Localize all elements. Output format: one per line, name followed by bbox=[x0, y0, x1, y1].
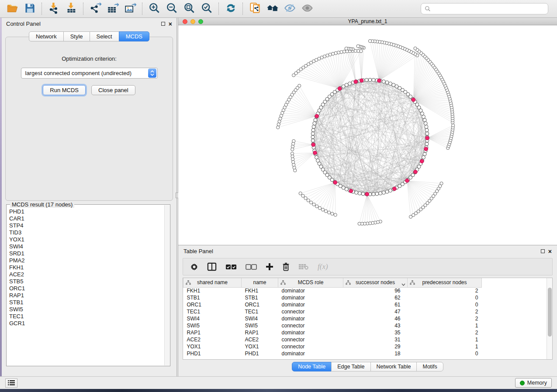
cell-name[interactable]: STB1 bbox=[242, 294, 278, 301]
cell-shared-name[interactable]: SWI4 bbox=[183, 315, 242, 322]
zoom-out-button[interactable] bbox=[163, 1, 180, 16]
cell-predecessor-nodes[interactable]: 0 bbox=[408, 294, 482, 301]
mcds-result-item[interactable]: YOX1 bbox=[9, 236, 164, 243]
cell-mcds-role[interactable]: dominator bbox=[278, 301, 343, 308]
cell-predecessor-nodes[interactable]: 0 bbox=[408, 301, 482, 308]
cell-predecessor-nodes[interactable]: 2 bbox=[408, 329, 482, 336]
table-row[interactable]: ACE2 ACE2 connector 31 1 bbox=[183, 336, 547, 343]
close-panel-button[interactable]: Close panel bbox=[91, 85, 135, 95]
cell-predecessor-nodes[interactable]: 1 bbox=[408, 322, 482, 329]
mcds-result-item[interactable]: SWI5 bbox=[9, 306, 164, 313]
export-image-button[interactable] bbox=[121, 1, 139, 16]
cell-successor-nodes[interactable]: 62 bbox=[343, 294, 408, 301]
mcds-result-item[interactable]: FKH1 bbox=[9, 264, 164, 271]
mcds-result-item[interactable]: CAR1 bbox=[9, 215, 164, 222]
search-input[interactable] bbox=[433, 6, 544, 12]
cell-predecessor-nodes[interactable]: 0 bbox=[408, 350, 482, 357]
cell-predecessor-nodes[interactable]: 1 bbox=[408, 343, 482, 350]
cell-name[interactable]: ACE2 bbox=[242, 336, 278, 343]
save-session-button[interactable] bbox=[21, 1, 38, 16]
table-row[interactable]: SWI5 SWI5 connector 43 1 bbox=[183, 322, 547, 329]
table-scrollbar-thumb[interactable] bbox=[548, 288, 552, 337]
mcds-result-item[interactable]: GCR1 bbox=[9, 320, 164, 327]
run-mcds-button[interactable]: Run MCDS bbox=[43, 85, 86, 95]
mcds-result-item[interactable]: SWI4 bbox=[9, 243, 164, 250]
delete-column-trash-icon[interactable] bbox=[282, 263, 290, 271]
cell-predecessor-nodes[interactable]: 2 bbox=[408, 315, 482, 322]
select-all-columns-icon[interactable] bbox=[225, 264, 237, 270]
mcds-result-item[interactable]: PHD1 bbox=[9, 208, 164, 215]
cell-name[interactable]: PHD1 bbox=[242, 350, 278, 357]
cell-mcds-role[interactable]: dominator bbox=[278, 315, 343, 322]
column-header-shared-name[interactable]: shared name bbox=[183, 278, 242, 287]
show-all-button[interactable] bbox=[298, 1, 316, 16]
mcds-result-list[interactable]: PHD1CAR1STP4TID3YOX1SWI4SRD1PMA2FKH1ACE2… bbox=[9, 208, 164, 365]
mcds-result-item[interactable]: ORC1 bbox=[9, 285, 164, 292]
cell-successor-nodes[interactable]: 46 bbox=[343, 315, 408, 322]
mcds-result-item[interactable]: RAP1 bbox=[9, 292, 164, 299]
cell-shared-name[interactable]: FKH1 bbox=[183, 287, 242, 294]
clone-network-button[interactable] bbox=[246, 1, 263, 16]
cell-successor-nodes[interactable]: 43 bbox=[343, 322, 408, 329]
table-row[interactable]: ORC1 ORC1 dominator 61 0 bbox=[183, 301, 547, 308]
hide-selected-button[interactable] bbox=[281, 1, 298, 16]
cell-shared-name[interactable]: SWI5 bbox=[183, 322, 242, 329]
open-session-button[interactable] bbox=[3, 1, 21, 16]
cell-mcds-role[interactable]: dominator bbox=[278, 329, 343, 336]
cell-mcds-role[interactable]: dominator bbox=[278, 287, 343, 294]
tab-network[interactable]: Network bbox=[29, 31, 64, 41]
cell-successor-nodes[interactable]: 31 bbox=[343, 336, 408, 343]
add-column-icon[interactable] bbox=[266, 263, 273, 271]
table-row[interactable]: PHD1 PHD1 dominator 18 0 bbox=[183, 350, 547, 357]
cell-shared-name[interactable]: RAP1 bbox=[183, 329, 242, 336]
table-row[interactable]: SWI4 SWI4 dominator 46 2 bbox=[183, 315, 547, 322]
column-layout-icon[interactable] bbox=[207, 262, 217, 271]
table-scrollbar[interactable] bbox=[547, 278, 552, 359]
cell-mcds-role[interactable]: connector bbox=[278, 336, 343, 343]
cell-name[interactable]: ORC1 bbox=[242, 301, 278, 308]
mcds-result-item[interactable]: SRD1 bbox=[9, 250, 164, 257]
float-panel-icon[interactable] bbox=[161, 22, 165, 26]
network-canvas[interactable] bbox=[178, 25, 557, 245]
table-row[interactable]: STB1 STB1 dominator 62 0 bbox=[183, 294, 547, 301]
close-table-panel-icon[interactable]: × bbox=[548, 249, 552, 254]
mcds-result-item[interactable]: ACE2 bbox=[9, 271, 164, 278]
cell-name[interactable]: FKH1 bbox=[242, 287, 278, 294]
table-row[interactable]: TEC1 TEC1 connector 47 2 bbox=[183, 308, 547, 315]
tab-network-table[interactable]: Network Table bbox=[370, 362, 417, 371]
table-row[interactable]: FKH1 FKH1 dominator 96 2 bbox=[183, 287, 547, 294]
mcds-result-item[interactable]: TID3 bbox=[9, 229, 164, 236]
import-table-button[interactable] bbox=[62, 1, 80, 16]
tab-style[interactable]: Style bbox=[63, 31, 90, 41]
deselect-all-columns-icon[interactable] bbox=[246, 264, 257, 270]
cell-shared-name[interactable]: ACE2 bbox=[183, 336, 242, 343]
cell-mcds-role[interactable]: connector bbox=[278, 343, 343, 350]
export-table-button[interactable] bbox=[104, 1, 121, 16]
cell-successor-nodes[interactable]: 47 bbox=[343, 308, 408, 315]
delete-table-icon[interactable] bbox=[298, 264, 309, 270]
mcds-result-item[interactable]: STP4 bbox=[9, 222, 164, 229]
cell-shared-name[interactable]: PHD1 bbox=[183, 350, 242, 357]
cell-successor-nodes[interactable]: 61 bbox=[343, 301, 408, 308]
optimization-criterion-select[interactable]: largest connected component (undirected) bbox=[21, 68, 158, 79]
cell-shared-name[interactable]: STB1 bbox=[183, 294, 242, 301]
mcds-result-item[interactable]: TEC1 bbox=[9, 313, 164, 320]
cell-predecessor-nodes[interactable]: 2 bbox=[408, 287, 482, 294]
tab-select[interactable]: Select bbox=[90, 31, 119, 41]
column-header-mcds-role[interactable]: MCDS role bbox=[278, 278, 343, 287]
cell-predecessor-nodes[interactable]: 2 bbox=[408, 308, 482, 315]
cell-successor-nodes[interactable]: 29 bbox=[343, 343, 408, 350]
first-neighbors-button[interactable] bbox=[263, 1, 281, 16]
function-builder-icon[interactable]: f(x) bbox=[318, 262, 328, 271]
export-network-button[interactable] bbox=[86, 1, 104, 16]
cell-predecessor-nodes[interactable]: 1 bbox=[408, 336, 482, 343]
network-search-field[interactable] bbox=[421, 3, 548, 14]
table-row[interactable]: RAP1 RAP1 dominator 35 2 bbox=[183, 329, 547, 336]
cell-shared-name[interactable]: TEC1 bbox=[183, 308, 242, 315]
network-window-titlebar[interactable]: YPA_prune.txt_1 bbox=[178, 18, 557, 25]
memory-button[interactable]: Memory bbox=[515, 378, 552, 388]
tab-motifs[interactable]: Motifs bbox=[416, 362, 443, 371]
cell-shared-name[interactable]: ORC1 bbox=[183, 301, 242, 308]
cell-name[interactable]: SWI4 bbox=[242, 315, 278, 322]
tab-node-table[interactable]: Node Table bbox=[292, 362, 332, 371]
